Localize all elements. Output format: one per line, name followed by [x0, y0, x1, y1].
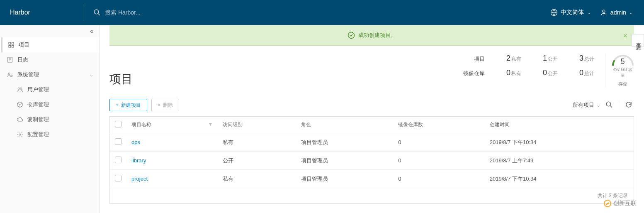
col-access[interactable]: 访问级别 [218, 117, 296, 133]
table-row[interactable]: project私有项目管理员02019/8/7 下午10:34 [110, 170, 634, 188]
toolbar-separator [619, 100, 619, 110]
project-filter-dropdown[interactable]: 所有项目 ⌵ [573, 101, 600, 109]
watermark-text: 创新互联 [613, 200, 637, 207]
stat-value: 0私有 [488, 69, 521, 77]
projects-icon [8, 42, 15, 48]
svg-point-0 [94, 10, 99, 14]
svg-point-18 [606, 102, 611, 106]
stats-panel: 项目 2私有 1公开 3总计 镜像仓库 0私有 0公开 0总计 5 497 GB… [463, 54, 634, 87]
gauge-label: 存储 [611, 81, 634, 87]
search-button[interactable] [604, 99, 615, 111]
watermark: 创新互联 [604, 200, 637, 207]
row-checkbox[interactable] [115, 138, 122, 145]
refresh-button[interactable] [623, 99, 634, 111]
users-icon [17, 86, 23, 93]
search-input[interactable] [105, 9, 229, 16]
user-icon [600, 9, 608, 16]
gauge-arc-icon [611, 54, 634, 66]
user-label: admin [610, 9, 626, 16]
svg-point-15 [20, 88, 22, 89]
cell-access: 公开 [218, 152, 296, 170]
sidebar-item-label: 配置管理 [27, 131, 49, 138]
sidebar-item-label: 复制管理 [27, 116, 49, 123]
svg-rect-6 [9, 45, 11, 47]
stat-value: 3总计 [561, 54, 594, 63]
sidebar-collapse-button[interactable]: « [0, 25, 99, 37]
search-icon [93, 9, 101, 16]
cell-created: 2019/8/7 下午10:34 [485, 170, 634, 188]
project-name-link[interactable]: library [131, 157, 146, 164]
filter-label: 所有项目 [573, 101, 594, 109]
sidebar-item-repos[interactable]: 仓库管理 [10, 97, 99, 112]
sidebar-item-logs[interactable]: 日志 [0, 52, 99, 67]
logs-icon [7, 56, 13, 63]
sidebar-item-projects[interactable]: 项目 [0, 37, 99, 52]
cell-access: 私有 [218, 170, 296, 188]
table-footer: 共计 3 条记录 [110, 188, 634, 203]
table-row[interactable]: library公开项目管理员02019/8/7 上午7:49 [110, 152, 634, 170]
project-name-link[interactable]: ops [131, 139, 140, 145]
button-label: 新建项目 [121, 102, 141, 109]
sidebar-item-label: 用户管理 [27, 86, 49, 93]
success-alert: 成功创建项目。 × [109, 25, 634, 46]
language-label: 中文简体 [561, 9, 584, 16]
stat-value: 0公开 [525, 69, 558, 77]
project-name-link[interactable]: project [131, 176, 148, 182]
svg-point-16 [19, 134, 21, 135]
sidebar-item-label: 日志 [17, 56, 28, 64]
stat-value: 1公开 [525, 54, 558, 63]
event-log-tab[interactable]: 事件日志 [632, 34, 644, 47]
select-all-checkbox[interactable] [115, 121, 122, 127]
col-created[interactable]: 创建时间 [485, 117, 634, 133]
plus-icon: + [116, 102, 119, 108]
row-checkbox[interactable] [115, 157, 122, 163]
cell-created: 2019/8/7 上午7:49 [485, 152, 634, 170]
watermark-icon [604, 200, 611, 207]
cell-repo-count: 0 [393, 152, 485, 170]
alert-close-button[interactable]: × [623, 32, 627, 40]
admin-icon [7, 71, 13, 78]
check-circle-icon [348, 32, 355, 39]
sidebar-item-config[interactable]: 配置管理 [10, 127, 99, 142]
header-bar: Harbor 中文简体 ⌵ admin ⌵ [0, 0, 644, 25]
sidebar-item-label: 仓库管理 [27, 101, 49, 108]
sidebar-item-replication[interactable]: 复制管理 [10, 112, 99, 127]
logo[interactable]: Harbor [0, 9, 83, 16]
svg-line-1 [98, 13, 100, 15]
chevron-down-icon: ⌵ [597, 103, 600, 108]
sidebar-item-label: 项目 [19, 41, 29, 49]
user-menu[interactable]: admin ⌵ [600, 9, 632, 16]
row-checkbox[interactable] [115, 175, 122, 181]
stat-row-label: 项目 [463, 55, 485, 63]
projects-table: 项目名称▼ 访问级别 角色 镜像仓库数 创建时间 ops私有项目管理员02019… [109, 116, 634, 204]
close-icon: × [158, 102, 160, 108]
main-content: 成功创建项目。 × 项目 项目 2私有 1公开 3总计 镜像仓库 0私有 0公开… [100, 25, 644, 213]
header-right: 中文简体 ⌵ admin ⌵ [550, 9, 644, 16]
svg-rect-5 [12, 42, 14, 44]
col-repo-count[interactable]: 镜像仓库数 [393, 117, 485, 133]
svg-rect-7 [12, 45, 14, 47]
delete-button[interactable]: × 删除 [151, 99, 179, 111]
gear-icon [17, 131, 23, 138]
new-project-button[interactable]: + 新建项目 [109, 99, 147, 111]
sidebar-item-users[interactable]: 用户管理 [10, 82, 99, 97]
col-name[interactable]: 项目名称▼ [126, 117, 218, 133]
chevron-down-icon: ⌵ [588, 10, 590, 15]
gauge-sublabel: 497 GB 容量 [611, 67, 634, 78]
table-row[interactable]: ops私有项目管理员02019/8/7 下午10:34 [110, 133, 634, 152]
toolbar: + 新建项目 × 删除 所有项目 ⌵ [109, 99, 634, 111]
cell-repo-count: 0 [393, 170, 485, 188]
svg-point-17 [348, 32, 355, 38]
sidebar-item-system[interactable]: 系统管理 ⌵ [0, 67, 99, 82]
language-switcher[interactable]: 中文简体 ⌵ [550, 9, 590, 16]
filter-icon[interactable]: ▼ [208, 121, 213, 127]
stat-value: 0总计 [561, 69, 594, 77]
svg-point-3 [603, 10, 605, 12]
cell-created: 2019/8/7 下午10:34 [485, 133, 634, 152]
cell-access: 私有 [218, 133, 296, 152]
svg-point-13 [11, 75, 12, 76]
sidebar: « 项目 日志 系统管理 ⌵ 用户管理 仓库管理 复制管理 [0, 25, 100, 213]
col-role[interactable]: 角色 [296, 117, 393, 133]
cell-role: 项目管理员 [296, 170, 393, 188]
svg-point-14 [18, 88, 19, 89]
